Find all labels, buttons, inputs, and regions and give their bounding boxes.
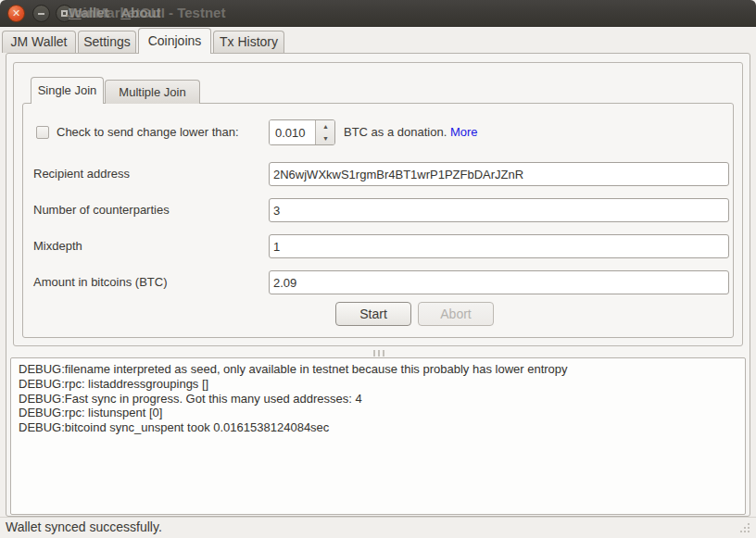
amount-label: Amount in bitcoins (BTC) bbox=[33, 275, 168, 289]
donation-row: Check to send change lower than: ▲ ▼ BTC… bbox=[23, 119, 733, 145]
close-button[interactable]: ✕ bbox=[7, 5, 25, 22]
abort-button[interactable]: Abort bbox=[418, 302, 494, 326]
mixdepth-label: Mixdepth bbox=[33, 239, 82, 253]
tab-settings[interactable]: Settings bbox=[78, 31, 136, 53]
app-window: ✕ JoinMarketGUI - Testnet Wallet About J… bbox=[0, 0, 756, 538]
donation-checkbox[interactable] bbox=[36, 126, 49, 139]
recipient-address-input[interactable] bbox=[269, 162, 729, 186]
amount-input[interactable] bbox=[269, 270, 729, 294]
donation-checkbox-label: Check to send change lower than: bbox=[57, 125, 239, 139]
tab-tx-history[interactable]: Tx History bbox=[213, 31, 284, 53]
log-line: DEBUG:bitcoind sync_unspent took 0.01615… bbox=[19, 420, 737, 435]
single-join-panel: Check to send change lower than: ▲ ▼ BTC… bbox=[22, 103, 734, 338]
spin-up-icon[interactable]: ▲ bbox=[316, 120, 335, 132]
counterparties-input[interactable] bbox=[269, 198, 729, 222]
donation-suffix: BTC as a donation. More bbox=[344, 125, 478, 139]
donation-amount-spinner[interactable]: ▲ ▼ bbox=[269, 119, 335, 145]
menubar: Wallet About bbox=[69, 0, 170, 26]
spin-down-icon[interactable]: ▼ bbox=[316, 132, 335, 144]
titlebar: ✕ JoinMarketGUI - Testnet Wallet About bbox=[0, 0, 756, 27]
minimize-icon bbox=[38, 13, 44, 15]
more-link[interactable]: More bbox=[450, 125, 478, 139]
tab-jm-wallet[interactable]: JM Wallet bbox=[2, 31, 76, 53]
log-line: DEBUG:filename interpreted as seed, only… bbox=[19, 362, 737, 377]
tab-coinjoins[interactable]: Coinjoins bbox=[138, 28, 211, 54]
counterparties-label: Number of counterparties bbox=[33, 203, 170, 217]
debug-log[interactable]: DEBUG:filename interpreted as seed, only… bbox=[10, 357, 746, 515]
tab-single-join[interactable]: Single Join bbox=[31, 77, 104, 104]
tab-multiple-join[interactable]: Multiple Join bbox=[105, 80, 200, 104]
statusbar: Wallet synced successfully. bbox=[0, 517, 756, 538]
recipient-address-label: Recipient address bbox=[33, 167, 130, 181]
start-button[interactable]: Start bbox=[335, 302, 411, 326]
coinjoin-group-frame: Single Join Multiple Join Check to send … bbox=[13, 62, 743, 346]
resize-grip-icon[interactable] bbox=[738, 522, 750, 534]
minimize-button[interactable] bbox=[32, 5, 50, 22]
donation-amount-input[interactable] bbox=[270, 120, 315, 144]
mixdepth-input[interactable] bbox=[269, 234, 729, 258]
log-line: DEBUG:rpc: listunspent [0] bbox=[19, 406, 737, 420]
close-icon: ✕ bbox=[8, 6, 24, 21]
coinjoins-page: Single Join Multiple Join Check to send … bbox=[6, 53, 750, 517]
menu-about[interactable]: About bbox=[120, 5, 160, 20]
log-line: DEBUG:Fast sync in progress. Got this ma… bbox=[19, 392, 737, 407]
log-line: DEBUG:rpc: listaddressgroupings [] bbox=[19, 377, 737, 392]
spinner-buttons: ▲ ▼ bbox=[315, 120, 334, 144]
status-message: Wallet synced successfully. bbox=[6, 519, 162, 534]
splitter-handle[interactable] bbox=[366, 349, 392, 357]
menu-wallet[interactable]: Wallet bbox=[69, 5, 109, 20]
